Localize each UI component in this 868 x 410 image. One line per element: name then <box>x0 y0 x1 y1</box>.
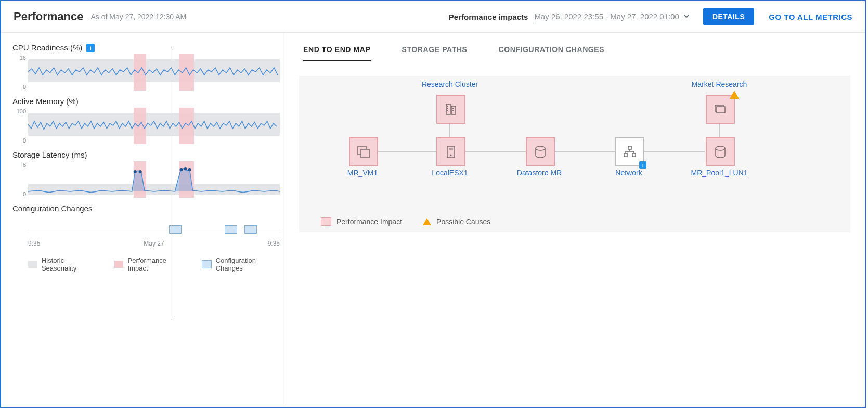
cluster-label[interactable]: Research Cluster <box>422 80 478 88</box>
warning-icon <box>423 218 431 225</box>
svg-rect-9 <box>447 110 448 111</box>
svg-point-0 <box>134 170 137 173</box>
svg-point-2 <box>179 168 183 171</box>
tabs: END TO END MAP STORAGE PATHS CONFIGURATI… <box>284 33 865 61</box>
node-datastore[interactable] <box>526 137 555 166</box>
legend-text: Configuration Changes <box>216 257 280 272</box>
x-tick: 9:35 <box>268 240 280 247</box>
x-axis: 9:35 May 27 9:35 <box>28 240 280 247</box>
svg-point-17 <box>450 155 452 156</box>
connector <box>554 151 615 152</box>
legend-item-config: Configuration Changes <box>202 257 280 272</box>
chart-title-text: Storage Latency (ms) <box>12 150 87 159</box>
datastore-icon <box>534 145 547 159</box>
impacts-label: Performance impacts <box>449 12 528 21</box>
swatch-icon <box>321 217 331 226</box>
swatch-icon <box>202 260 212 268</box>
config-change-marker[interactable] <box>244 225 257 234</box>
topology-legend: Performance Impact Possible Causes <box>321 217 490 226</box>
tab-end-to-end-map[interactable]: END TO END MAP <box>303 45 371 61</box>
svg-point-24 <box>716 146 725 150</box>
svg-point-4 <box>188 168 191 171</box>
legend-text: Performance Impact <box>336 217 402 226</box>
connector <box>643 151 705 152</box>
node-caption-network[interactable]: Network <box>615 169 642 177</box>
tab-storage-paths[interactable]: STORAGE PATHS <box>402 45 468 61</box>
series-line <box>28 108 280 144</box>
y-tick-top: 100 <box>12 108 26 114</box>
topology-canvas: Research Cluster Market Research <box>299 76 850 232</box>
detail-panel: END TO END MAP STORAGE PATHS CONFIGURATI… <box>284 33 865 406</box>
swatch-icon <box>28 261 37 268</box>
y-tick-top: 16 <box>12 55 26 61</box>
node-vm[interactable] <box>349 137 378 166</box>
config-change-marker[interactable] <box>225 225 237 234</box>
svg-rect-7 <box>447 106 448 107</box>
chart-plot[interactable] <box>28 108 280 144</box>
swatch-icon <box>114 261 124 268</box>
y-tick-bottom: 0 <box>12 84 26 90</box>
series-line <box>28 161 280 198</box>
legend-text: Possible Causes <box>436 217 490 226</box>
info-icon[interactable]: i <box>86 44 95 52</box>
node-network[interactable]: i <box>615 137 644 166</box>
impacts-range-text: May 26, 2022 23:55 - May 27, 2022 01:00 <box>534 12 679 21</box>
chart-cpu-readiness: CPU Readiness (%) i 16 0 <box>12 43 280 91</box>
impacts-range-dropdown[interactable]: May 26, 2022 23:55 - May 27, 2022 01:00 <box>533 11 691 22</box>
x-tick: May 27 <box>144 240 164 247</box>
time-cursor[interactable] <box>171 47 171 320</box>
svg-rect-22 <box>624 153 627 157</box>
svg-point-1 <box>139 170 142 173</box>
tab-configuration-changes[interactable]: CONFIGURATION CHANGES <box>499 45 605 61</box>
svg-rect-23 <box>632 153 636 157</box>
chart-plot[interactable] <box>28 54 280 91</box>
svg-point-20 <box>536 146 545 150</box>
svg-rect-21 <box>628 146 631 149</box>
svg-rect-8 <box>447 108 448 109</box>
building-icon <box>444 102 458 117</box>
chart-title-text: CPU Readiness (%) <box>12 43 82 52</box>
details-button[interactable]: DETAILS <box>703 8 754 25</box>
series-line <box>28 54 280 91</box>
connector <box>719 122 720 137</box>
legend-text: Performance Impact <box>127 257 188 272</box>
market-label[interactable]: Market Research <box>692 80 747 88</box>
as-of-timestamp: As of May 27, 2022 12:30 AM <box>91 12 187 21</box>
stack-icon <box>713 102 728 117</box>
y-tick-bottom: 0 <box>12 191 26 197</box>
go-to-all-metrics-link[interactable]: GO TO ALL METRICS <box>769 12 852 21</box>
vm-icon <box>356 145 371 159</box>
warning-icon <box>730 91 739 99</box>
chart-plot[interactable] <box>28 161 280 198</box>
connector <box>463 151 526 152</box>
y-tick-top: 8 <box>12 162 26 168</box>
node-caption-vm[interactable]: MR_VM1 <box>347 169 378 177</box>
chart-plot[interactable] <box>28 222 280 238</box>
node-market-research[interactable] <box>706 95 735 124</box>
legend-item-causes: Possible Causes <box>423 217 490 226</box>
svg-rect-16 <box>447 146 455 158</box>
legend-text: Historic Seasonality <box>42 257 101 272</box>
svg-rect-15 <box>361 149 369 158</box>
connector <box>376 151 436 152</box>
chart-storage-latency: Storage Latency (ms) 8 0 <box>12 150 280 198</box>
node-cluster[interactable] <box>436 95 465 124</box>
node-caption-lun[interactable]: MR_Pool1_LUN1 <box>691 169 748 177</box>
legend-item-impact: Performance Impact <box>321 217 402 226</box>
connector <box>449 122 450 137</box>
svg-rect-10 <box>452 108 454 109</box>
chart-title-text: Configuration Changes <box>12 204 92 213</box>
chevron-down-icon <box>683 12 690 21</box>
charts-panel: CPU Readiness (%) i 16 0 Active Memory <box>1 33 284 406</box>
lun-icon <box>714 145 727 159</box>
header: Performance As of May 27, 2022 12:30 AM … <box>1 1 865 33</box>
y-tick-bottom: 0 <box>12 137 26 144</box>
chart-active-memory: Active Memory (%) 100 0 <box>12 97 280 144</box>
svg-rect-11 <box>452 110 454 111</box>
node-caption-esx[interactable]: LocalESX1 <box>432 169 468 177</box>
node-lun[interactable] <box>706 137 735 166</box>
node-esx[interactable] <box>436 137 465 166</box>
node-caption-datastore[interactable]: Datastore MR <box>517 169 562 177</box>
info-icon: i <box>639 161 646 169</box>
x-tick: 9:35 <box>28 240 40 247</box>
